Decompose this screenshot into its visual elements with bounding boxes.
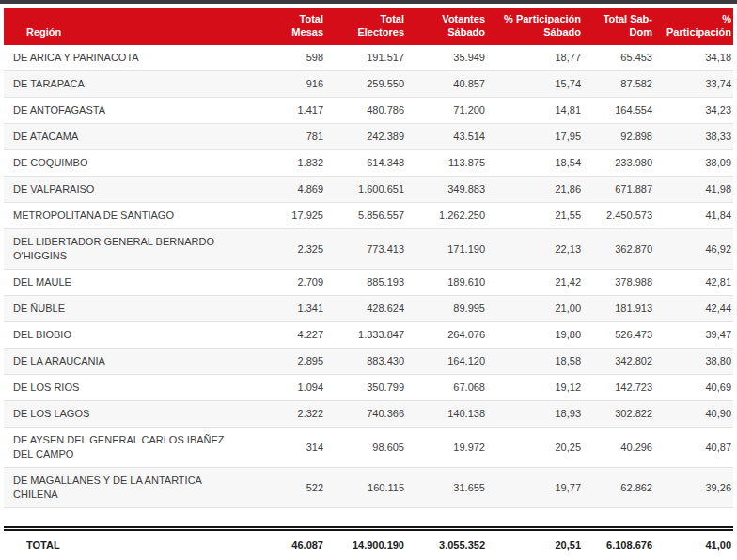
cell-pct_participacion: 38,09 xyxy=(654,150,733,177)
column-header-region: Región xyxy=(4,8,246,45)
cell-pct_participacion: 39,26 xyxy=(654,468,733,508)
cell-total_sab_dom: 40.296 xyxy=(583,428,654,468)
cell-votantes_sabado: 43.514 xyxy=(406,124,487,150)
table-row: DE MAGALLANES Y DE LA ANTARTICA CHILENA5… xyxy=(4,468,733,508)
spacer-cell xyxy=(4,508,733,529)
table-row: DEL MAULE2.709885.193189.61021,42378.988… xyxy=(4,270,733,296)
table-row: DE ATACAMA781242.38943.51417,9592.89838,… xyxy=(4,124,733,150)
cell-votantes_sabado: 35.949 xyxy=(406,45,487,71)
cell-total_sab_dom: 65.453 xyxy=(583,45,654,71)
cell-pct_participacion_sabado: 21,42 xyxy=(487,270,583,296)
cell-region: DE ANTOFAGASTA xyxy=(4,98,246,124)
cell-total_electores: 160.115 xyxy=(325,468,406,508)
cell-total_electores: 191.517 xyxy=(325,45,406,71)
cell-pct_participacion: 46,92 xyxy=(654,229,733,270)
cell-total_mesas: 17.925 xyxy=(246,203,325,229)
column-header-pct_participacion_sabado: % Participación Sábado xyxy=(487,8,583,45)
table-body: DE ARICA Y PARINACOTA598191.51735.94918,… xyxy=(4,45,733,508)
cell-votantes_sabado: 264.076 xyxy=(406,322,487,349)
column-header-total_mesas: Total Mesas xyxy=(246,8,325,45)
cell-total_electores: 350.799 xyxy=(325,375,406,401)
cell-region: DE ÑUBLE xyxy=(4,296,246,322)
cell-region: DE COQUIMBO xyxy=(4,150,246,177)
column-header-votantes_sabado: Votantes Sábado xyxy=(406,8,487,45)
table-row: DEL BIOBIO4.2271.333.847264.07619,80526.… xyxy=(4,322,733,349)
cell-pct_participacion_sabado: 19,12 xyxy=(487,375,583,401)
cell-region: DE AYSEN DEL GENERAL CARLOS IBAÑEZ DEL C… xyxy=(4,428,246,468)
cell-pct_participacion_sabado: 21,55 xyxy=(487,203,583,229)
cell-pct_participacion_sabado: 19,77 xyxy=(487,468,583,508)
table-row: DE LA ARAUCANIA2.895883.430164.12018,583… xyxy=(4,349,733,375)
cell-pct_participacion: 41,84 xyxy=(654,203,733,229)
cell-pct_participacion: 42,44 xyxy=(654,296,733,322)
table-row: DE COQUIMBO1.832614.348113.87518,54233.9… xyxy=(4,150,733,177)
table-row: DE TARAPACA916259.55040.85715,7487.58233… xyxy=(4,71,733,98)
total-cell-pct_participacion: 41,00 xyxy=(654,529,733,559)
cell-total_mesas: 2.709 xyxy=(246,270,325,296)
cell-total_electores: 242.389 xyxy=(325,124,406,150)
cell-total_sab_dom: 142.723 xyxy=(583,375,654,401)
cell-total_electores: 480.786 xyxy=(325,98,406,124)
cell-votantes_sabado: 19.972 xyxy=(406,428,487,468)
table-row: DE ARICA Y PARINACOTA598191.51735.94918,… xyxy=(4,45,733,71)
cell-region: DEL LIBERTADOR GENERAL BERNARDO O'HIGGIN… xyxy=(4,229,246,270)
total-cell-region: TOTAL xyxy=(4,529,246,559)
cell-pct_participacion_sabado: 20,25 xyxy=(487,428,583,468)
cell-region: DE ATACAMA xyxy=(4,124,246,150)
cell-total_electores: 883.430 xyxy=(325,349,406,375)
cell-votantes_sabado: 171.190 xyxy=(406,229,487,270)
cell-pct_participacion_sabado: 18,58 xyxy=(487,349,583,375)
cell-pct_participacion: 38,33 xyxy=(654,124,733,150)
cell-pct_participacion_sabado: 19,80 xyxy=(487,322,583,349)
cell-votantes_sabado: 31.655 xyxy=(406,468,487,508)
cell-pct_participacion: 41,98 xyxy=(654,177,733,203)
cell-total_mesas: 4.869 xyxy=(246,177,325,203)
total-cell-total_mesas: 46.087 xyxy=(246,529,325,559)
table-row: DE VALPARAISO4.8691.600.651349.88321,866… xyxy=(4,177,733,203)
cell-total_mesas: 1.341 xyxy=(246,296,325,322)
spacer-row xyxy=(4,508,733,529)
cell-total_mesas: 1.094 xyxy=(246,375,325,401)
cell-votantes_sabado: 67.068 xyxy=(406,375,487,401)
table-row: DE LOS RIOS1.094350.79967.06819,12142.72… xyxy=(4,375,733,401)
cell-total_mesas: 916 xyxy=(246,71,325,98)
cell-votantes_sabado: 1.262.250 xyxy=(406,203,487,229)
cell-total_sab_dom: 62.862 xyxy=(583,468,654,508)
spacer-section xyxy=(4,508,733,529)
cell-region: DE LA ARAUCANIA xyxy=(4,349,246,375)
total-cell-pct_participacion_sabado: 20,51 xyxy=(487,529,583,559)
cell-total_electores: 98.605 xyxy=(325,428,406,468)
cell-pct_participacion_sabado: 15,74 xyxy=(487,71,583,98)
cell-pct_participacion_sabado: 18,54 xyxy=(487,150,583,177)
cell-pct_participacion_sabado: 22,13 xyxy=(487,229,583,270)
cell-pct_participacion_sabado: 21,86 xyxy=(487,177,583,203)
cell-total_electores: 259.550 xyxy=(325,71,406,98)
cell-total_sab_dom: 233.980 xyxy=(583,150,654,177)
participation-table: RegiónTotal MesasTotal ElectoresVotantes… xyxy=(4,8,733,558)
cell-pct_participacion: 42,81 xyxy=(654,270,733,296)
cell-total_sab_dom: 164.554 xyxy=(583,98,654,124)
cell-total_mesas: 2.325 xyxy=(246,229,325,270)
cell-total_sab_dom: 526.473 xyxy=(583,322,654,349)
cell-pct_participacion: 33,74 xyxy=(654,71,733,98)
cell-pct_participacion: 40,90 xyxy=(654,401,733,428)
cell-total_mesas: 781 xyxy=(246,124,325,150)
cell-total_mesas: 2.322 xyxy=(246,401,325,428)
cell-pct_participacion: 38,80 xyxy=(654,349,733,375)
cell-votantes_sabado: 71.200 xyxy=(406,98,487,124)
table-row: METROPOLITANA DE SANTIAGO17.9255.856.557… xyxy=(4,203,733,229)
column-header-total_sab_dom: Total Sab- Dom xyxy=(583,8,654,45)
cell-total_mesas: 1.832 xyxy=(246,150,325,177)
cell-pct_participacion: 40,69 xyxy=(654,375,733,401)
cell-total_electores: 5.856.557 xyxy=(325,203,406,229)
table-row: DEL LIBERTADOR GENERAL BERNARDO O'HIGGIN… xyxy=(4,229,733,270)
cell-region: DE LOS LAGOS xyxy=(4,401,246,428)
table-row: DE ANTOFAGASTA1.417480.78671.20014,81164… xyxy=(4,98,733,124)
cell-pct_participacion_sabado: 21,00 xyxy=(487,296,583,322)
cell-total_electores: 773.413 xyxy=(325,229,406,270)
cell-total_mesas: 522 xyxy=(246,468,325,508)
cell-total_sab_dom: 671.887 xyxy=(583,177,654,203)
table-row: DE ÑUBLE1.341428.62489.99521,00181.91342… xyxy=(4,296,733,322)
cell-votantes_sabado: 189.610 xyxy=(406,270,487,296)
cell-total_sab_dom: 362.870 xyxy=(583,229,654,270)
